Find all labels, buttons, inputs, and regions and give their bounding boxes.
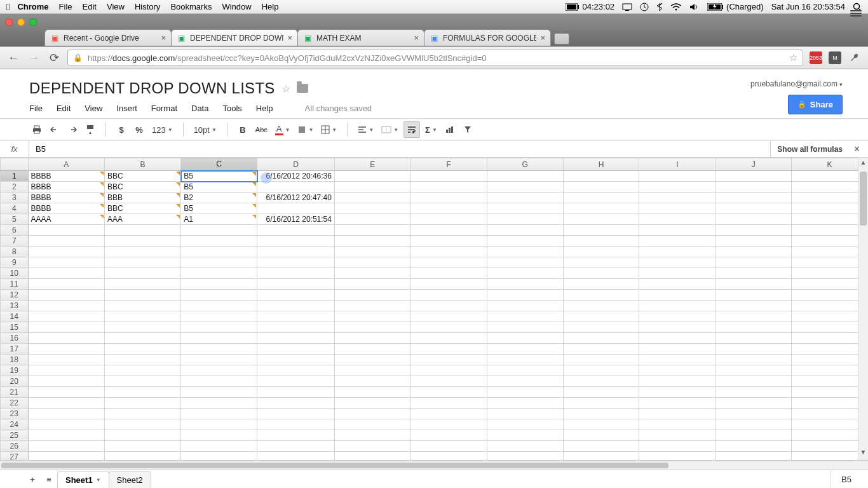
cell[interactable] <box>715 441 792 452</box>
cell[interactable] <box>410 268 487 279</box>
cell[interactable]: BBBB <box>28 182 104 193</box>
cell[interactable] <box>792 355 868 365</box>
cell[interactable] <box>410 398 487 409</box>
cell[interactable] <box>181 409 257 419</box>
fill-color-button[interactable]: ▼ <box>295 121 316 138</box>
cell[interactable] <box>181 398 257 409</box>
cell[interactable] <box>563 365 639 376</box>
cell[interactable] <box>792 247 868 257</box>
all-sheets-button[interactable]: ≡ <box>41 473 57 487</box>
doc-menu-tools[interactable]: Tools <box>222 104 241 113</box>
row-header[interactable]: 20 <box>1 376 29 387</box>
cell[interactable] <box>28 398 104 409</box>
cell[interactable] <box>28 311 104 322</box>
row-header[interactable]: 11 <box>1 279 29 290</box>
cell[interactable] <box>639 409 715 419</box>
cell[interactable] <box>181 268 257 279</box>
back-button[interactable]: ← <box>6 51 20 65</box>
scroll-thumb[interactable] <box>1 463 668 468</box>
cell[interactable] <box>715 214 792 225</box>
extension-icon-2[interactable]: M <box>829 51 841 64</box>
cell[interactable] <box>487 355 563 365</box>
bluetooth-icon[interactable] <box>656 3 663 11</box>
cell[interactable] <box>334 419 410 430</box>
cell[interactable] <box>28 419 104 430</box>
cell[interactable] <box>181 333 257 344</box>
row-header[interactable]: 10 <box>1 268 29 279</box>
cell[interactable] <box>181 441 257 452</box>
cell[interactable] <box>639 376 715 387</box>
cell[interactable] <box>715 182 792 193</box>
bold-button[interactable]: B <box>235 121 250 138</box>
browser-tab[interactable]: ▣MATH EXAM× <box>297 29 424 46</box>
cell[interactable] <box>257 322 335 333</box>
cell[interactable] <box>792 214 868 225</box>
column-header[interactable]: E <box>334 158 410 171</box>
cell[interactable] <box>563 409 639 419</box>
cell[interactable]: B5 <box>181 203 257 214</box>
cell[interactable] <box>715 193 792 203</box>
cell[interactable] <box>410 322 487 333</box>
tab-close-icon[interactable]: × <box>540 33 545 43</box>
cell[interactable] <box>28 355 104 365</box>
cell[interactable] <box>104 344 180 355</box>
cell[interactable] <box>257 203 335 214</box>
cell[interactable] <box>334 398 410 409</box>
cell[interactable] <box>28 236 104 247</box>
reload-button[interactable]: ⟳ <box>47 51 61 65</box>
mac-menu-bookmarks[interactable]: Bookmarks <box>170 2 212 11</box>
cell[interactable] <box>792 257 868 268</box>
data-validation-icon[interactable] <box>176 182 180 186</box>
cell[interactable] <box>792 376 868 387</box>
cell[interactable] <box>563 247 639 257</box>
cell[interactable] <box>792 182 868 193</box>
browser-tab[interactable]: ▣Recent - Google Drive× <box>44 29 172 46</box>
row-header[interactable]: 4 <box>1 203 29 214</box>
cell[interactable] <box>563 182 639 193</box>
cell[interactable] <box>715 398 792 409</box>
cell[interactable] <box>28 333 104 344</box>
cell[interactable] <box>410 193 487 203</box>
row-header[interactable]: 13 <box>1 301 29 311</box>
cell[interactable] <box>792 311 868 322</box>
mac-menu-app[interactable]: Chrome <box>17 2 48 11</box>
sheet-tab[interactable]: Sheet1▼ <box>57 471 109 488</box>
cell[interactable]: 6/16/2012 20:51:54 <box>257 214 335 225</box>
cell[interactable] <box>639 333 715 344</box>
cell[interactable]: A1 <box>181 214 257 225</box>
cell[interactable] <box>334 430 410 441</box>
cell[interactable] <box>104 452 180 461</box>
cell[interactable] <box>28 322 104 333</box>
horizontal-scrollbar[interactable] <box>0 461 868 470</box>
doc-menu-file[interactable]: File <box>29 104 43 113</box>
row-header[interactable]: 2 <box>1 182 29 193</box>
cell[interactable] <box>257 344 335 355</box>
cell[interactable] <box>792 387 868 398</box>
more-formats-button[interactable]: 123▼ <box>149 121 175 138</box>
cell[interactable] <box>792 236 868 247</box>
column-header[interactable]: K <box>792 158 868 171</box>
cell[interactable] <box>487 452 563 461</box>
cell[interactable] <box>104 225 180 236</box>
cell[interactable] <box>487 203 563 214</box>
cell[interactable] <box>28 279 104 290</box>
cell[interactable] <box>181 301 257 311</box>
cell[interactable] <box>639 344 715 355</box>
cell[interactable] <box>181 355 257 365</box>
cell[interactable] <box>487 257 563 268</box>
cell[interactable] <box>715 268 792 279</box>
extension-icon-1[interactable]: 2053 <box>810 51 822 64</box>
cell[interactable] <box>639 236 715 247</box>
cell[interactable] <box>334 268 410 279</box>
cell[interactable] <box>28 452 104 461</box>
row-header[interactable]: 21 <box>1 387 29 398</box>
cell[interactable] <box>257 398 335 409</box>
cell[interactable] <box>410 171 487 182</box>
cell[interactable] <box>181 236 257 247</box>
column-header[interactable]: C <box>181 158 257 171</box>
scroll-down-icon[interactable]: ▼ <box>858 449 868 459</box>
cell[interactable] <box>639 203 715 214</box>
cell[interactable] <box>334 301 410 311</box>
row-header[interactable]: 5 <box>1 214 29 225</box>
cell[interactable] <box>792 365 868 376</box>
